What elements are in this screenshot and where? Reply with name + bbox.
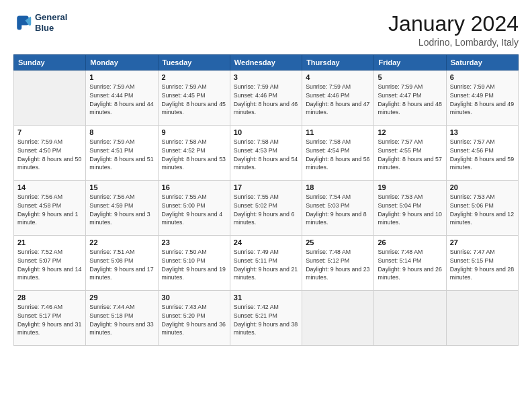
week-row-2: 7 Sunrise: 7:59 AMSunset: 4:50 PMDayligh… [14,126,519,181]
day-cell: 19 Sunrise: 7:53 AMSunset: 5:04 PMDaylig… [374,181,446,236]
day-info: Sunrise: 7:55 AMSunset: 5:00 PMDaylight:… [162,193,226,227]
calendar-header: Sunday Monday Tuesday Wednesday Thursday… [14,55,519,71]
col-tuesday: Tuesday [158,55,230,71]
day-info: Sunrise: 7:59 AMSunset: 4:49 PMDaylight:… [450,83,515,117]
day-cell: 9 Sunrise: 7:58 AMSunset: 4:52 PMDayligh… [158,126,230,181]
day-number: 21 [17,238,82,246]
week-row-1: 1 Sunrise: 7:59 AMSunset: 4:44 PMDayligh… [14,71,519,126]
day-info: Sunrise: 7:47 AMSunset: 5:15 PMDaylight:… [450,248,515,282]
day-number: 31 [234,293,298,302]
day-number: 1 [89,73,154,81]
day-number: 8 [89,128,154,136]
day-number: 3 [234,73,298,81]
day-cell: 20 Sunrise: 7:53 AMSunset: 5:06 PMDaylig… [446,181,518,236]
day-info: Sunrise: 7:57 AMSunset: 4:56 PMDaylight:… [450,138,515,172]
day-number: 20 [450,183,515,191]
col-sunday: Sunday [14,55,86,71]
day-info: Sunrise: 7:53 AMSunset: 5:06 PMDaylight:… [450,193,515,227]
day-cell: 10 Sunrise: 7:58 AMSunset: 4:53 PMDaylig… [230,126,302,181]
day-number: 27 [450,238,515,246]
day-cell: 31 Sunrise: 7:42 AMSunset: 5:21 PMDaylig… [230,291,302,346]
day-info: Sunrise: 7:59 AMSunset: 4:50 PMDaylight:… [17,138,82,172]
day-info: Sunrise: 7:55 AMSunset: 5:02 PMDaylight:… [234,193,298,227]
day-cell: 16 Sunrise: 7:55 AMSunset: 5:00 PMDaylig… [158,181,230,236]
day-info: Sunrise: 7:48 AMSunset: 5:14 PMDaylight:… [378,248,442,282]
day-number: 25 [306,238,370,246]
day-cell: 3 Sunrise: 7:59 AMSunset: 4:46 PMDayligh… [230,71,302,126]
day-cell: 26 Sunrise: 7:48 AMSunset: 5:14 PMDaylig… [374,236,446,291]
day-info: Sunrise: 7:49 AMSunset: 5:11 PMDaylight:… [234,248,298,282]
day-cell: 13 Sunrise: 7:57 AMSunset: 4:56 PMDaylig… [446,126,518,181]
day-number: 9 [162,128,226,136]
day-number: 28 [17,293,82,302]
day-number: 16 [162,183,226,191]
col-friday: Friday [374,55,446,71]
week-row-5: 28 Sunrise: 7:46 AMSunset: 5:17 PMDaylig… [14,291,519,346]
day-cell: 27 Sunrise: 7:47 AMSunset: 5:15 PMDaylig… [446,236,518,291]
day-number: 2 [162,73,226,81]
day-number: 6 [450,73,515,81]
day-cell: 8 Sunrise: 7:59 AMSunset: 4:51 PMDayligh… [86,126,158,181]
day-cell: 22 Sunrise: 7:51 AMSunset: 5:08 PMDaylig… [86,236,158,291]
col-wednesday: Wednesday [230,55,302,71]
day-number: 23 [162,238,226,246]
logo-icon [13,13,32,32]
day-number: 15 [89,183,154,191]
day-cell: 17 Sunrise: 7:55 AMSunset: 5:02 PMDaylig… [230,181,302,236]
day-number: 7 [17,128,82,136]
day-number: 13 [450,128,515,136]
day-cell [446,291,518,346]
day-cell: 23 Sunrise: 7:50 AMSunset: 5:10 PMDaylig… [158,236,230,291]
day-number: 24 [234,238,298,246]
day-cell: 15 Sunrise: 7:56 AMSunset: 4:59 PMDaylig… [86,181,158,236]
col-thursday: Thursday [302,55,374,71]
day-info: Sunrise: 7:44 AMSunset: 5:18 PMDaylight:… [89,303,154,337]
day-info: Sunrise: 7:53 AMSunset: 5:04 PMDaylight:… [378,193,442,227]
day-info: Sunrise: 7:59 AMSunset: 4:46 PMDaylight:… [306,83,370,117]
day-number: 18 [306,183,370,191]
day-number: 17 [234,183,298,191]
title-block: January 2024 Lodrino, Lombardy, Italy [388,12,519,48]
week-row-4: 21 Sunrise: 7:52 AMSunset: 5:07 PMDaylig… [14,236,519,291]
day-info: Sunrise: 7:42 AMSunset: 5:21 PMDaylight:… [234,303,298,337]
day-number: 29 [89,293,154,302]
day-cell: 21 Sunrise: 7:52 AMSunset: 5:07 PMDaylig… [14,236,86,291]
day-info: Sunrise: 7:50 AMSunset: 5:10 PMDaylight:… [162,248,226,282]
day-info: Sunrise: 7:58 AMSunset: 4:54 PMDaylight:… [306,138,370,172]
calendar-body: 1 Sunrise: 7:59 AMSunset: 4:44 PMDayligh… [14,71,519,346]
day-cell: 1 Sunrise: 7:59 AMSunset: 4:44 PMDayligh… [86,71,158,126]
day-number: 5 [378,73,442,81]
day-number: 10 [234,128,298,136]
day-cell: 18 Sunrise: 7:54 AMSunset: 5:03 PMDaylig… [302,181,374,236]
logo-text: General Blue [35,12,67,33]
day-cell: 14 Sunrise: 7:56 AMSunset: 4:58 PMDaylig… [14,181,86,236]
day-cell: 25 Sunrise: 7:48 AMSunset: 5:12 PMDaylig… [302,236,374,291]
header-row: Sunday Monday Tuesday Wednesday Thursday… [14,55,519,71]
month-title: January 2024 [388,12,519,36]
day-number: 12 [378,128,442,136]
header: General Blue January 2024 Lodrino, Lomba… [13,12,519,48]
day-info: Sunrise: 7:59 AMSunset: 4:47 PMDaylight:… [378,83,442,117]
location: Lodrino, Lombardy, Italy [388,37,519,48]
day-info: Sunrise: 7:59 AMSunset: 4:44 PMDaylight:… [89,83,154,117]
day-info: Sunrise: 7:48 AMSunset: 5:12 PMDaylight:… [306,248,370,282]
col-saturday: Saturday [446,55,518,71]
calendar-table: Sunday Monday Tuesday Wednesday Thursday… [13,54,519,346]
day-cell: 11 Sunrise: 7:58 AMSunset: 4:54 PMDaylig… [302,126,374,181]
day-number: 4 [306,73,370,81]
day-number: 11 [306,128,370,136]
logo: General Blue [13,12,67,33]
day-info: Sunrise: 7:56 AMSunset: 4:59 PMDaylight:… [89,193,154,227]
day-cell [302,291,374,346]
week-row-3: 14 Sunrise: 7:56 AMSunset: 4:58 PMDaylig… [14,181,519,236]
day-info: Sunrise: 7:59 AMSunset: 4:46 PMDaylight:… [234,83,298,117]
col-monday: Monday [86,55,158,71]
day-info: Sunrise: 7:58 AMSunset: 4:52 PMDaylight:… [162,138,226,172]
day-number: 19 [378,183,442,191]
day-cell: 7 Sunrise: 7:59 AMSunset: 4:50 PMDayligh… [14,126,86,181]
day-info: Sunrise: 7:59 AMSunset: 4:45 PMDaylight:… [162,83,226,117]
day-number: 14 [17,183,82,191]
day-info: Sunrise: 7:57 AMSunset: 4:55 PMDaylight:… [378,138,442,172]
day-cell: 2 Sunrise: 7:59 AMSunset: 4:45 PMDayligh… [158,71,230,126]
day-cell: 12 Sunrise: 7:57 AMSunset: 4:55 PMDaylig… [374,126,446,181]
